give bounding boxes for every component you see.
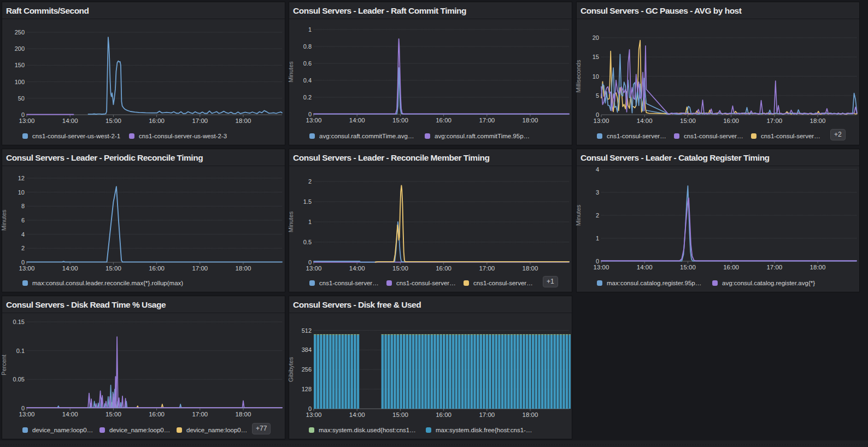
svg-text:17:00: 17:00 bbox=[766, 117, 782, 124]
svg-text:14:00: 14:00 bbox=[349, 265, 365, 272]
svg-text:17:00: 17:00 bbox=[766, 264, 782, 270]
svg-text:512: 512 bbox=[302, 327, 312, 334]
svg-text:1: 1 bbox=[308, 26, 312, 33]
svg-text:13:00: 13:00 bbox=[19, 265, 35, 272]
svg-text:16:00: 16:00 bbox=[723, 264, 739, 270]
svg-text:13:00: 13:00 bbox=[306, 265, 322, 272]
svg-text:150: 150 bbox=[15, 62, 25, 68]
svg-text:16:00: 16:00 bbox=[436, 117, 451, 123]
svg-text:0.2: 0.2 bbox=[303, 94, 312, 101]
svg-text:15:00: 15:00 bbox=[105, 411, 121, 417]
svg-text:Gibibytes: Gibibytes bbox=[288, 357, 294, 382]
svg-text:Percent: Percent bbox=[1, 355, 7, 375]
svg-text:50: 50 bbox=[18, 95, 25, 102]
svg-text:16:00: 16:00 bbox=[149, 117, 165, 124]
svg-text:200: 200 bbox=[15, 45, 25, 52]
svg-text:Minutes: Minutes bbox=[1, 209, 7, 231]
svg-text:8: 8 bbox=[21, 203, 25, 209]
svg-text:18:00: 18:00 bbox=[236, 117, 251, 124]
svg-text:15:00: 15:00 bbox=[392, 411, 408, 418]
svg-text:15: 15 bbox=[593, 54, 599, 60]
svg-text:Minutes: Minutes bbox=[288, 211, 294, 232]
svg-text:14:00: 14:00 bbox=[349, 411, 365, 418]
svg-text:0.6: 0.6 bbox=[303, 60, 312, 67]
svg-text:13:00: 13:00 bbox=[594, 117, 609, 124]
svg-text:15:00: 15:00 bbox=[392, 265, 408, 272]
svg-text:17:00: 17:00 bbox=[192, 265, 208, 272]
svg-text:4: 4 bbox=[596, 166, 599, 173]
svg-text:3: 3 bbox=[596, 189, 599, 196]
svg-text:100: 100 bbox=[15, 79, 25, 85]
svg-text:2: 2 bbox=[308, 178, 312, 185]
svg-text:18:00: 18:00 bbox=[810, 117, 826, 124]
svg-text:18:00: 18:00 bbox=[523, 265, 538, 272]
svg-text:2: 2 bbox=[21, 245, 25, 251]
svg-text:6: 6 bbox=[21, 217, 25, 224]
svg-text:17:00: 17:00 bbox=[479, 117, 495, 123]
svg-text:18:00: 18:00 bbox=[523, 117, 538, 123]
svg-text:1: 1 bbox=[308, 219, 312, 225]
svg-text:Minutes: Minutes bbox=[575, 204, 582, 226]
svg-text:14:00: 14:00 bbox=[62, 117, 78, 124]
svg-text:Minutes: Minutes bbox=[288, 61, 294, 83]
svg-text:14:00: 14:00 bbox=[637, 117, 653, 124]
svg-text:17:00: 17:00 bbox=[192, 117, 208, 124]
svg-text:0.5: 0.5 bbox=[303, 239, 312, 245]
svg-text:13:00: 13:00 bbox=[594, 264, 609, 270]
svg-text:16:00: 16:00 bbox=[436, 265, 451, 272]
svg-text:4: 4 bbox=[21, 231, 25, 238]
svg-text:1: 1 bbox=[596, 235, 599, 242]
svg-text:250: 250 bbox=[15, 29, 25, 36]
svg-text:256: 256 bbox=[302, 366, 312, 373]
svg-text:15:00: 15:00 bbox=[105, 117, 121, 124]
svg-text:18:00: 18:00 bbox=[236, 411, 251, 417]
svg-text:5: 5 bbox=[596, 92, 599, 99]
svg-text:0.05: 0.05 bbox=[13, 376, 25, 383]
svg-text:17:00: 17:00 bbox=[479, 265, 495, 272]
svg-text:16:00: 16:00 bbox=[436, 411, 451, 418]
svg-text:384: 384 bbox=[302, 346, 312, 353]
svg-text:14:00: 14:00 bbox=[62, 411, 78, 417]
svg-text:Milliseconds: Milliseconds bbox=[575, 60, 582, 92]
svg-text:13:00: 13:00 bbox=[306, 411, 322, 418]
svg-text:16:00: 16:00 bbox=[149, 265, 165, 272]
svg-text:20: 20 bbox=[593, 34, 599, 41]
svg-text:10: 10 bbox=[593, 73, 599, 80]
svg-text:17:00: 17:00 bbox=[192, 411, 208, 417]
svg-text:14:00: 14:00 bbox=[349, 117, 365, 123]
svg-text:14:00: 14:00 bbox=[637, 264, 653, 270]
svg-text:128: 128 bbox=[302, 386, 312, 392]
svg-text:15:00: 15:00 bbox=[680, 264, 696, 270]
svg-text:16:00: 16:00 bbox=[723, 117, 739, 124]
svg-text:12: 12 bbox=[18, 175, 25, 181]
svg-text:18:00: 18:00 bbox=[236, 265, 251, 272]
svg-text:13:00: 13:00 bbox=[19, 117, 35, 124]
svg-text:15:00: 15:00 bbox=[680, 117, 696, 124]
svg-text:18:00: 18:00 bbox=[810, 264, 826, 270]
svg-text:13:00: 13:00 bbox=[306, 117, 322, 123]
svg-text:15:00: 15:00 bbox=[392, 117, 408, 123]
svg-text:2: 2 bbox=[596, 212, 599, 219]
svg-text:0.15: 0.15 bbox=[13, 319, 25, 325]
svg-text:0.8: 0.8 bbox=[303, 43, 312, 50]
svg-text:13:00: 13:00 bbox=[19, 411, 35, 417]
svg-text:15:00: 15:00 bbox=[105, 265, 121, 272]
svg-text:0.4: 0.4 bbox=[303, 77, 312, 84]
svg-text:17:00: 17:00 bbox=[479, 411, 495, 418]
svg-text:14:00: 14:00 bbox=[62, 265, 78, 272]
svg-text:10: 10 bbox=[18, 189, 25, 196]
svg-text:18:00: 18:00 bbox=[523, 411, 538, 418]
svg-text:0.1: 0.1 bbox=[16, 348, 25, 354]
svg-text:16:00: 16:00 bbox=[149, 411, 165, 417]
svg-text:1.5: 1.5 bbox=[303, 198, 312, 205]
